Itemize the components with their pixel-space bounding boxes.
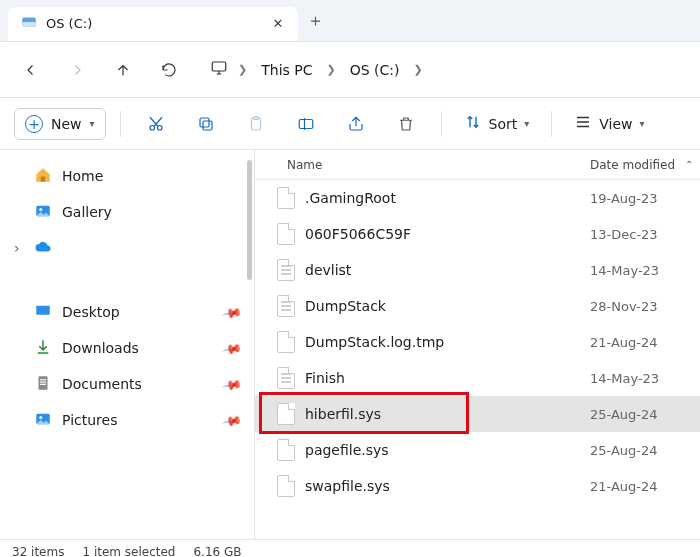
view-label: View [599, 116, 632, 132]
pictures-icon [34, 410, 52, 431]
toolbar: + New ▾ Sort ▾ View ▾ [0, 98, 700, 150]
separator [551, 111, 552, 137]
file-icon [277, 367, 295, 389]
file-list: Name ⌃ Date modified .GamingRoot19-Aug-2… [255, 150, 700, 539]
svg-rect-10 [41, 176, 46, 181]
new-tab-button[interactable]: ＋ [298, 9, 332, 32]
svg-point-12 [39, 208, 42, 211]
file-date: 14-May-23 [590, 371, 700, 386]
new-label: New [51, 116, 82, 132]
file-date: 28-Nov-23 [590, 299, 700, 314]
file-name: Finish [305, 370, 345, 386]
home-icon [34, 166, 52, 187]
file-row[interactable]: DumpStack28-Nov-23 [255, 288, 700, 324]
up-button[interactable] [102, 52, 144, 88]
separator [441, 111, 442, 137]
column-date[interactable]: Date modified [590, 158, 700, 172]
file-icon [277, 223, 295, 245]
gallery-icon [34, 202, 52, 223]
file-icon [277, 439, 295, 461]
pin-icon: 📌 [221, 337, 243, 358]
file-icon [277, 187, 295, 209]
active-tab[interactable]: OS (C:) ✕ [8, 7, 298, 41]
file-name: DumpStack.log.tmp [305, 334, 444, 350]
pin-icon: 📌 [221, 301, 243, 322]
file-date: 21-Aug-24 [590, 479, 700, 494]
file-row[interactable]: DumpStack.log.tmp21-Aug-24 [255, 324, 700, 360]
sidebar-item-label: Home [62, 168, 103, 184]
sidebar-item-desktop[interactable]: Desktop 📌 [0, 294, 254, 330]
back-button[interactable] [10, 52, 52, 88]
sidebar-item-label: Gallery [62, 204, 112, 220]
sidebar-item-documents[interactable]: Documents 📌 [0, 366, 254, 402]
breadcrumb[interactable]: ❯ This PC ❯ OS (C:) ❯ [210, 58, 427, 82]
breadcrumb-current[interactable]: OS (C:) [346, 58, 404, 82]
file-name: swapfile.sys [305, 478, 390, 494]
copy-button[interactable] [185, 106, 227, 142]
file-row[interactable]: swapfile.sys21-Aug-24 [255, 468, 700, 504]
chevron-down-icon: ▾ [640, 118, 645, 129]
svg-rect-13 [36, 305, 50, 314]
new-button[interactable]: + New ▾ [14, 108, 106, 140]
sidebar-item-label: Documents [62, 376, 142, 392]
file-date: 14-May-23 [590, 263, 700, 278]
file-row[interactable]: .GamingRoot19-Aug-23 [255, 180, 700, 216]
file-date: 19-Aug-23 [590, 191, 700, 206]
file-row[interactable]: 060F5066C59F13-Dec-23 [255, 216, 700, 252]
svg-point-20 [39, 416, 42, 419]
svg-point-3 [150, 125, 155, 130]
file-row[interactable]: Finish14-May-23 [255, 360, 700, 396]
close-tab-button[interactable]: ✕ [270, 16, 286, 31]
file-date: 25-Aug-24 [590, 407, 700, 422]
file-row[interactable]: devlist14-May-23 [255, 252, 700, 288]
file-row[interactable]: hiberfil.sys25-Aug-24 [255, 396, 700, 432]
column-headers[interactable]: Name ⌃ Date modified [255, 150, 700, 180]
svg-rect-1 [22, 22, 36, 27]
sidebar-item-home[interactable]: Home [0, 158, 254, 194]
delete-button[interactable] [385, 106, 427, 142]
nav-bar: ❯ This PC ❯ OS (C:) ❯ [0, 42, 700, 98]
sidebar-item-label: Downloads [62, 340, 139, 356]
refresh-button[interactable] [148, 52, 190, 88]
column-name[interactable]: Name [287, 158, 322, 172]
file-icon [277, 475, 295, 497]
chevron-right-icon: ❯ [234, 63, 251, 76]
file-date: 13-Dec-23 [590, 227, 700, 242]
sidebar: Home Gallery Desktop 📌 Downloads 📌 Docum… [0, 150, 255, 539]
cut-button[interactable] [135, 106, 177, 142]
sidebar-item-downloads[interactable]: Downloads 📌 [0, 330, 254, 366]
separator [120, 111, 121, 137]
status-selection: 1 item selected [82, 545, 175, 558]
svg-rect-5 [203, 121, 212, 130]
status-bar: 32 items 1 item selected 6.16 GB [0, 539, 700, 557]
chevron-right-icon: ❯ [410, 63, 427, 76]
file-row[interactable]: pagefile.sys25-Aug-24 [255, 432, 700, 468]
view-button[interactable]: View ▾ [566, 107, 652, 140]
file-name: hiberfil.sys [305, 406, 381, 422]
file-icon [277, 295, 295, 317]
share-button[interactable] [335, 106, 377, 142]
svg-rect-18 [40, 383, 46, 384]
breadcrumb-this-pc[interactable]: This PC [257, 58, 316, 82]
forward-button[interactable] [56, 52, 98, 88]
file-icon [277, 259, 295, 281]
monitor-icon [210, 59, 228, 80]
sort-button[interactable]: Sort ▾ [456, 107, 538, 140]
sidebar-item-pictures[interactable]: Pictures 📌 [0, 402, 254, 438]
chevron-right-icon: ❯ [323, 63, 340, 76]
pin-icon: 📌 [221, 373, 243, 394]
rename-button[interactable] [285, 106, 327, 142]
sort-icon [464, 113, 482, 134]
sidebar-item-gallery[interactable]: Gallery [0, 194, 254, 230]
svg-rect-16 [40, 379, 46, 380]
file-icon [277, 331, 295, 353]
file-name: DumpStack [305, 298, 386, 314]
file-icon [277, 403, 295, 425]
file-name: devlist [305, 262, 351, 278]
paste-button[interactable] [235, 106, 277, 142]
file-name: pagefile.sys [305, 442, 389, 458]
sidebar-item-onedrive[interactable] [0, 230, 254, 266]
file-name: 060F5066C59F [305, 226, 411, 242]
desktop-icon [34, 302, 52, 323]
sort-indicator-icon: ⌃ [685, 159, 693, 170]
